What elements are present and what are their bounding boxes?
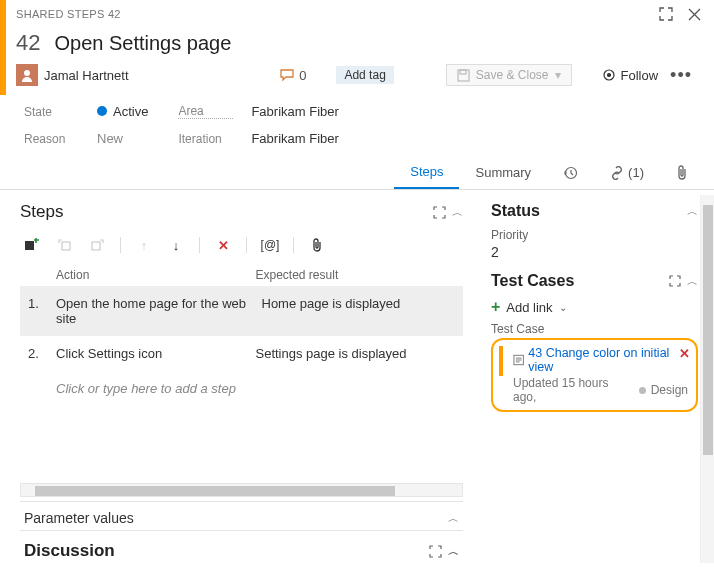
chevron-down-icon: ⌄ bbox=[559, 302, 567, 313]
steps-heading: Steps bbox=[20, 202, 63, 222]
svg-rect-2 bbox=[460, 70, 466, 74]
table-row[interactable]: 1. Open the home page for the web site H… bbox=[20, 286, 463, 336]
attach-icon[interactable] bbox=[308, 236, 326, 254]
tab-summary[interactable]: Summary bbox=[459, 156, 547, 189]
state-label: State bbox=[24, 105, 79, 119]
iteration-value[interactable]: Fabrikam Fiber bbox=[251, 131, 338, 146]
priority-label: Priority bbox=[491, 228, 698, 242]
testcase-icon bbox=[513, 354, 524, 366]
priority-value[interactable]: 2 bbox=[491, 244, 698, 260]
follow-button[interactable]: Follow bbox=[602, 68, 659, 83]
delete-step-icon[interactable]: ✕ bbox=[214, 236, 232, 254]
area-label: Area bbox=[178, 104, 233, 119]
more-actions-button[interactable]: ••• bbox=[664, 65, 698, 86]
linked-testcase-state: Design bbox=[651, 383, 688, 397]
status-heading: Status bbox=[491, 202, 540, 220]
avatar bbox=[16, 64, 38, 86]
col-action-header: Action bbox=[56, 268, 256, 282]
tab-attachments[interactable] bbox=[660, 156, 704, 189]
collapse-icon[interactable]: ︿ bbox=[448, 511, 459, 526]
work-item-type-label: SHARED STEPS 42 bbox=[16, 8, 121, 20]
testcase-section-label: Test Case bbox=[491, 322, 698, 336]
collapse-icon[interactable]: ︿ bbox=[687, 204, 698, 219]
tab-links[interactable]: (1) bbox=[594, 156, 660, 189]
state-value[interactable]: Active bbox=[97, 104, 148, 119]
save-close-button[interactable]: Save & Close ▾ bbox=[446, 64, 572, 86]
add-link-button[interactable]: + Add link ⌄ bbox=[491, 298, 698, 316]
add-tag-button[interactable]: Add tag bbox=[336, 66, 393, 84]
table-row[interactable]: 2. Click Settings icon Settings page is … bbox=[20, 336, 463, 371]
move-down-icon[interactable]: ↓ bbox=[167, 236, 185, 254]
reason-value[interactable]: New bbox=[97, 131, 123, 146]
tab-history[interactable] bbox=[547, 156, 594, 189]
fullscreen-icon[interactable] bbox=[433, 206, 446, 219]
work-item-id: 42 bbox=[16, 30, 40, 56]
insert-step-icon[interactable] bbox=[24, 236, 42, 254]
close-icon[interactable] bbox=[684, 4, 704, 24]
add-step-hint[interactable]: Click or type here to add a step bbox=[20, 371, 463, 406]
expand-icon[interactable] bbox=[656, 4, 676, 24]
fullscreen-icon[interactable] bbox=[429, 545, 442, 558]
iteration-label: Iteration bbox=[178, 132, 233, 146]
svg-point-4 bbox=[607, 74, 610, 77]
linked-testcase-link[interactable]: 43 Change color on initial view bbox=[528, 346, 688, 374]
insert-parameter-icon[interactable]: [@] bbox=[261, 236, 279, 254]
svg-rect-7 bbox=[62, 242, 70, 250]
parameter-values-heading[interactable]: Parameter values bbox=[24, 510, 134, 526]
discussion-count[interactable]: 0 bbox=[279, 68, 306, 83]
testcases-heading: Test Cases bbox=[491, 272, 574, 290]
collapse-icon[interactable]: ︿ bbox=[687, 274, 698, 289]
plus-icon: + bbox=[491, 298, 500, 316]
linked-testcase-card[interactable]: 43 Change color on initial view Updated … bbox=[491, 338, 698, 412]
fullscreen-icon[interactable] bbox=[669, 275, 681, 287]
move-up-icon: ↑ bbox=[135, 236, 153, 254]
tab-steps[interactable]: Steps bbox=[394, 156, 459, 189]
indent-icon bbox=[88, 236, 106, 254]
assigned-to[interactable]: Jamal Hartnett bbox=[44, 68, 129, 83]
remove-link-icon[interactable]: ✕ bbox=[679, 346, 690, 361]
col-expected-header: Expected result bbox=[256, 268, 456, 282]
collapse-icon[interactable]: ︿ bbox=[452, 205, 463, 220]
linked-testcase-updated: Updated 15 hours ago, bbox=[513, 376, 634, 404]
horizontal-scrollbar[interactable] bbox=[20, 483, 463, 497]
page-title[interactable]: Open Settings page bbox=[54, 32, 231, 55]
reason-label: Reason bbox=[24, 132, 79, 146]
svg-point-0 bbox=[24, 70, 30, 76]
discussion-heading: Discussion bbox=[24, 541, 115, 561]
vertical-scrollbar[interactable] bbox=[700, 195, 714, 563]
outdent-icon bbox=[56, 236, 74, 254]
svg-rect-8 bbox=[92, 242, 100, 250]
collapse-icon[interactable]: ︿ bbox=[448, 544, 459, 559]
state-dot-icon bbox=[639, 387, 646, 394]
svg-rect-6 bbox=[25, 241, 34, 250]
area-value[interactable]: Fabrikam Fiber bbox=[251, 104, 338, 119]
